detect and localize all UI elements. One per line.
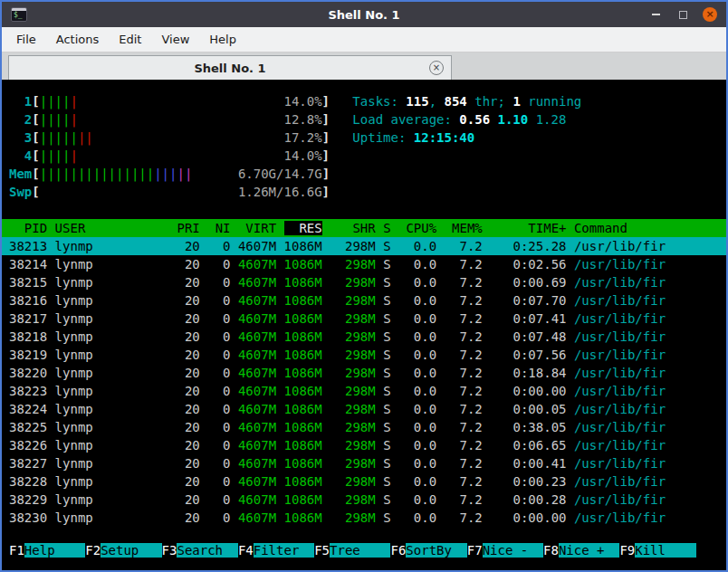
process-row-38215[interactable]: 38215 lynmp 20 0 4607M 1086M 298M S 0.0 … [2,273,726,291]
menubar: FileActionsEditViewHelp [2,27,726,52]
fkey-f2-setup[interactable]: F2Setup [85,543,161,558]
meter-4: 4[||||| 14.0%] [2,147,726,165]
process-row-38228[interactable]: 38228 lynmp 20 0 4607M 1086M 298M S 0.0 … [2,472,726,491]
function-key-bar: F1Help F2Setup F3Search F4Filter F5Tree … [2,541,726,559]
meter-2: 2[||||| 12.8%] Load average: 0.56 1.10 1… [2,110,726,129]
terminal-app-icon: $_ [11,7,27,22]
tab-label: Shell No. 1 [194,62,265,75]
tab-close-icon: × [433,62,440,72]
minimize-icon [652,14,660,15]
process-row-38225[interactable]: 38225 lynmp 20 0 4607M 1086M 298M S 0.0 … [2,418,726,436]
close-button[interactable]: × [703,7,717,22]
process-row-38227[interactable]: 38227 lynmp 20 0 4607M 1086M 298M S 0.0 … [2,454,726,472]
column-header-command[interactable]: Command [574,221,627,235]
window-controls: × [648,7,717,22]
fkey-f6-sortby[interactable]: F6SortBy [390,543,466,558]
process-row-38226[interactable]: 38226 lynmp 20 0 4607M 1086M 298M S 0.0 … [2,436,726,454]
process-row-38213[interactable]: 38213 lynmp 20 0 4607M 1086M 298M S 0.0 … [2,237,726,255]
column-header-time[interactable]: TIME+ [490,221,566,235]
process-row-38218[interactable]: 38218 lynmp 20 0 4607M 1086M 298M S 0.0 … [2,328,726,346]
process-row-38217[interactable]: 38217 lynmp 20 0 4607M 1086M 298M S 0.0 … [2,310,726,328]
close-icon: × [705,7,714,22]
menu-item-file[interactable]: File [7,29,45,50]
maximize-icon [679,11,687,19]
column-header-res[interactable]: RES [284,221,322,235]
process-row-38219[interactable]: 38219 lynmp 20 0 4607M 1086M 298M S 0.0 … [2,346,726,364]
fkey-f1-help[interactable]: F1Help [9,543,85,558]
menu-item-actions[interactable]: Actions [47,29,109,50]
fkey-f8-nice[interactable]: F8Nice + [543,543,619,558]
menu-item-help[interactable]: Help [200,29,245,50]
tabbar: Shell No. 1 × [2,52,726,80]
column-header-user[interactable]: USER [55,221,169,235]
minimize-button[interactable] [648,7,663,22]
process-row-38230[interactable]: 38230 lynmp 20 0 4607M 1086M 298M S 0.0 … [2,509,726,527]
table-header: PID USER PRI NI VIRT RES SHR S CPU% MEM%… [2,219,726,237]
meter-swp: Swp[ 1.26M/16.6G] [2,183,726,201]
process-row-38220[interactable]: 38220 lynmp 20 0 4607M 1086M 298M S 0.0 … [2,364,726,382]
meter-mem: Mem[|||||||||||||||||||| 6.70G/14.7G] [2,165,726,183]
process-row-38229[interactable]: 38229 lynmp 20 0 4607M 1086M 298M S 0.0 … [2,491,726,509]
fkey-f7-nice[interactable]: F7Nice - [467,543,543,558]
column-header-shr[interactable]: SHR [330,221,376,235]
process-row-38223[interactable]: 38223 lynmp 20 0 4607M 1086M 298M S 0.0 … [2,382,726,400]
terminal-window: $_ Shell No. 1 × FileActionsEditViewHelp… [0,0,728,572]
fkey-f3-search[interactable]: F3Search [162,543,238,558]
process-row-38224[interactable]: 38224 lynmp 20 0 4607M 1086M 298M S 0.0 … [2,400,726,418]
column-header-mem[interactable]: MEM% [445,221,483,235]
column-header-cpu[interactable]: CPU% [398,221,436,235]
column-header-virt[interactable]: VIRT [238,221,276,235]
process-row-38214[interactable]: 38214 lynmp 20 0 4607M 1086M 298M S 0.0 … [2,255,726,273]
window-title: Shell No. 1 [2,8,726,22]
column-header-pri[interactable]: PRI [177,221,199,235]
titlebar[interactable]: $_ Shell No. 1 × [2,2,726,27]
meter-1: 1[||||| 14.0%] Tasks: 115, 854 thr; 1 ru… [2,92,726,110]
menu-item-view[interactable]: View [152,29,198,50]
htop-terminal[interactable]: 1[||||| 14.0%] Tasks: 115, 854 thr; 1 ru… [2,80,726,570]
tab-close-button[interactable]: × [429,61,444,75]
blank-line [2,201,726,219]
fkey-f4-filter[interactable]: F4Filter [238,543,314,558]
fkey-f9-kill[interactable]: F9Kill [619,543,695,558]
meter-3: 3[||||||| 17.2%] Uptime: 12:15:40 [2,129,726,147]
column-header-ni[interactable]: NI [207,221,230,235]
fkey-f5-tree[interactable]: F5Tree [314,543,390,558]
process-row-38216[interactable]: 38216 lynmp 20 0 4607M 1086M 298M S 0.0 … [2,291,726,310]
menu-item-edit[interactable]: Edit [110,29,150,50]
tab-shell-no-1[interactable]: Shell No. 1 × [8,55,452,80]
column-header-pid[interactable]: PID [9,221,47,235]
maximize-button[interactable] [675,7,690,22]
column-header-s[interactable]: S [383,221,390,235]
app-icon-prompt-glyph: $_ [12,11,26,20]
